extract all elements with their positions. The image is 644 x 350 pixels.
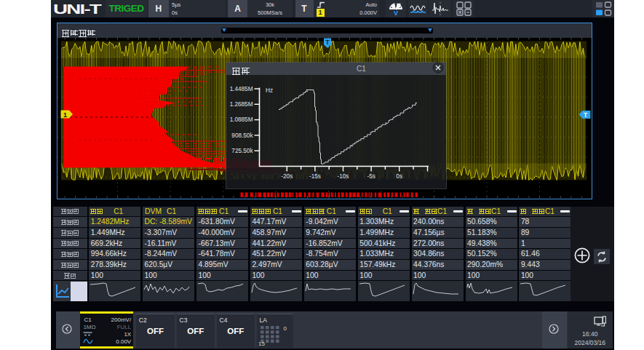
svg-text:1: 1	[63, 111, 67, 118]
svg-text:Hz: Hz	[266, 87, 273, 94]
svg-text:1.0885M: 1.0885M	[230, 116, 253, 123]
svg-text:-10s: -10s	[338, 173, 349, 180]
svg-text:T: T	[584, 111, 588, 119]
svg-text:-15s: -15s	[309, 173, 321, 180]
svg-text:1.4485M: 1.4485M	[230, 86, 253, 92]
svg-text:908.50k: 908.50k	[231, 132, 253, 139]
svg-text:-5s: -5s	[367, 173, 375, 180]
svg-text:-20s: -20s	[281, 173, 293, 180]
svg-text:T: T	[325, 39, 330, 46]
svg-text:0s: 0s	[396, 173, 402, 180]
svg-text:V: V	[394, 9, 398, 16]
svg-text:725.50k: 725.50k	[231, 148, 253, 154]
svg-text:1.2685M: 1.2685M	[230, 101, 253, 108]
